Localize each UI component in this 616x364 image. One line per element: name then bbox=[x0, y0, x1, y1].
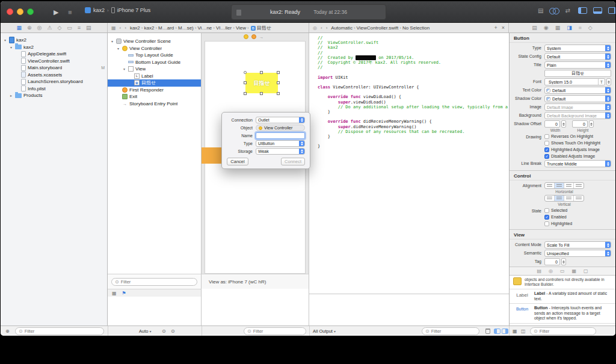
forward-button[interactable]: › bbox=[125, 25, 126, 31]
font-field[interactable]: System 15.0T bbox=[544, 78, 605, 85]
cancel-button[interactable]: Cancel bbox=[227, 158, 248, 165]
outline-row[interactable]: LLabel bbox=[108, 73, 201, 80]
first-responder-icon[interactable] bbox=[251, 34, 256, 39]
type-popup[interactable]: System bbox=[544, 45, 611, 52]
outline-row[interactable]: Bottom Layout Guide bbox=[108, 59, 201, 66]
tag-field[interactable]: 0 bbox=[544, 258, 560, 265]
resize-handle[interactable] bbox=[277, 92, 280, 95]
state-config-popup[interactable]: Default bbox=[544, 53, 611, 60]
snippet-library-icon[interactable]: ◎ bbox=[549, 268, 553, 274]
related-items-icon[interactable]: ◎ bbox=[313, 25, 317, 31]
toggle-console-button[interactable] bbox=[502, 329, 508, 334]
jumpbar-item[interactable]: kax2 bbox=[130, 25, 140, 31]
forward-button[interactable]: › bbox=[326, 25, 328, 31]
outline-row[interactable]: ▾View bbox=[108, 66, 201, 73]
checkbox-selected[interactable] bbox=[544, 208, 549, 213]
outline-row[interactable]: First Responder bbox=[108, 87, 201, 94]
file-inspector-icon[interactable]: ▤ bbox=[532, 25, 537, 31]
file-row[interactable]: LaunchScreen.storyboard bbox=[1, 78, 107, 85]
content-mode-popup[interactable]: Scale To Fill bbox=[544, 241, 611, 248]
console-area[interactable] bbox=[309, 294, 509, 325]
checkbox-highlighted[interactable] bbox=[544, 221, 549, 226]
navigator-filter-field[interactable]: ⊙ bbox=[15, 327, 104, 335]
width-field[interactable]: 0 bbox=[544, 120, 560, 128]
checkbox-shows-touch-on-highlight[interactable] bbox=[544, 141, 549, 146]
file-row[interactable]: ▾kax2 bbox=[1, 37, 107, 44]
run-button[interactable]: ▶ bbox=[54, 7, 58, 17]
background-popup[interactable]: Default Background Image bbox=[544, 112, 611, 119]
file-row[interactable]: ▸Products bbox=[1, 92, 107, 99]
exit-segue-icon[interactable]: → bbox=[259, 35, 263, 39]
disclosure-icon[interactable]: ▾ bbox=[3, 38, 7, 42]
help-inspector-icon[interactable]: ◉ bbox=[544, 25, 549, 31]
project-navigator-icon[interactable]: ▦ bbox=[16, 25, 22, 31]
flag-icon[interactable]: ⚑ bbox=[122, 291, 126, 296]
variables-filter-input[interactable] bbox=[253, 329, 303, 334]
stepper-icon[interactable] bbox=[561, 120, 566, 128]
outline-row[interactable]: ▾View Controller Scene bbox=[108, 38, 201, 45]
title-text-field[interactable]: 目指せ bbox=[544, 70, 611, 77]
line-break-popup[interactable]: Truncate Middle bbox=[544, 160, 611, 167]
zoom-window-button[interactable] bbox=[27, 8, 34, 15]
debug-navigator-icon[interactable]: ▭ bbox=[67, 25, 72, 31]
scheme-selector[interactable]: kax2 › iPhone 7 Plus bbox=[85, 7, 150, 13]
library-filter-field[interactable]: ⊙ bbox=[530, 327, 596, 335]
close-assistant-editor-button[interactable]: × bbox=[502, 25, 505, 31]
resize-handle[interactable] bbox=[277, 81, 280, 84]
resize-handle[interactable] bbox=[277, 71, 280, 74]
auto-popup[interactable]: Auto▾ bbox=[139, 327, 151, 335]
resize-handle[interactable] bbox=[244, 81, 247, 84]
selected-button[interactable]: 目指せ bbox=[245, 73, 278, 93]
outline-toggle-icon[interactable]: ▦ bbox=[112, 291, 117, 296]
type-popup[interactable]: UIButton bbox=[256, 140, 305, 147]
stepper-icon[interactable] bbox=[606, 78, 611, 85]
clear-console-button[interactable] bbox=[485, 327, 490, 335]
shadow-color-popup[interactable]: Default bbox=[544, 95, 611, 102]
stop-button[interactable]: ■ bbox=[68, 7, 72, 17]
library-item[interactable]: ButtonButton - Intercepts touch events a… bbox=[510, 304, 615, 324]
connections-inspector-icon[interactable]: ◇ bbox=[588, 25, 593, 31]
library-item[interactable]: LabelLabel - A variably sized amount of … bbox=[510, 289, 615, 304]
disclosure-icon[interactable]: ▸ bbox=[9, 93, 13, 97]
outline-filter-input[interactable] bbox=[121, 279, 194, 285]
disclosure-icon[interactable]: ▾ bbox=[110, 39, 114, 43]
media-library-icon[interactable]: ▦ bbox=[571, 268, 576, 274]
color-library-icon[interactable]: ▢ bbox=[584, 268, 588, 274]
connect-button[interactable]: Connect bbox=[281, 158, 305, 165]
standard-editor-button[interactable]: ▤ bbox=[538, 7, 543, 14]
font-picker-icon[interactable]: T bbox=[598, 79, 605, 85]
navigator-add-button[interactable]: ⊕ bbox=[5, 327, 10, 335]
title-popup[interactable]: Plain bbox=[544, 61, 611, 69]
breakpoint-circle-icon[interactable]: ⊙ bbox=[162, 327, 166, 335]
size-inspector-icon[interactable]: ⌗ bbox=[579, 25, 582, 31]
minimize-window-button[interactable] bbox=[17, 8, 23, 15]
close-window-button[interactable] bbox=[7, 8, 13, 15]
resize-handle[interactable] bbox=[244, 92, 247, 95]
library-grid-icon[interactable]: ▦ bbox=[513, 327, 517, 335]
file-row[interactable]: ViewController.swift bbox=[1, 58, 107, 65]
file-row[interactable]: ▾kax2 bbox=[1, 44, 107, 51]
outline-row[interactable]: Exit bbox=[108, 93, 201, 100]
file-row[interactable]: Main.storyboardM bbox=[1, 64, 107, 72]
console-filter-input[interactable] bbox=[431, 329, 476, 334]
outline-row[interactable]: →Storyboard Entry Point bbox=[108, 100, 201, 108]
jumpbar-item[interactable]: Vi…ne bbox=[197, 25, 212, 31]
connection-popup[interactable]: Outlet bbox=[256, 117, 305, 123]
alignment-segmented-control[interactable] bbox=[544, 195, 584, 202]
resize-handle[interactable] bbox=[260, 92, 263, 95]
outline-row[interactable]: Top Layout Guide bbox=[108, 52, 201, 59]
alignment-segmented-control[interactable] bbox=[544, 182, 584, 189]
related-items-icon[interactable]: ▦ bbox=[111, 25, 116, 31]
attributes-inspector-icon[interactable]: ◨ bbox=[567, 25, 572, 31]
disclosure-icon[interactable]: ▾ bbox=[122, 67, 126, 71]
issue-navigator-icon[interactable]: ⚠ bbox=[47, 25, 52, 31]
toggle-debug-area-button[interactable] bbox=[593, 7, 602, 14]
disclosure-icon[interactable]: ▾ bbox=[9, 45, 13, 49]
outline-filter-field[interactable]: ⊙ bbox=[111, 278, 197, 286]
test-navigator-icon[interactable]: ◇ bbox=[57, 25, 61, 31]
library-filter-input[interactable] bbox=[540, 329, 593, 334]
version-editor-button[interactable]: ⇄ bbox=[565, 7, 570, 14]
view-controller-icon[interactable] bbox=[244, 34, 248, 39]
toggle-navigator-button[interactable] bbox=[578, 7, 587, 14]
jumpbar-item[interactable]: Automatic bbox=[331, 25, 353, 31]
